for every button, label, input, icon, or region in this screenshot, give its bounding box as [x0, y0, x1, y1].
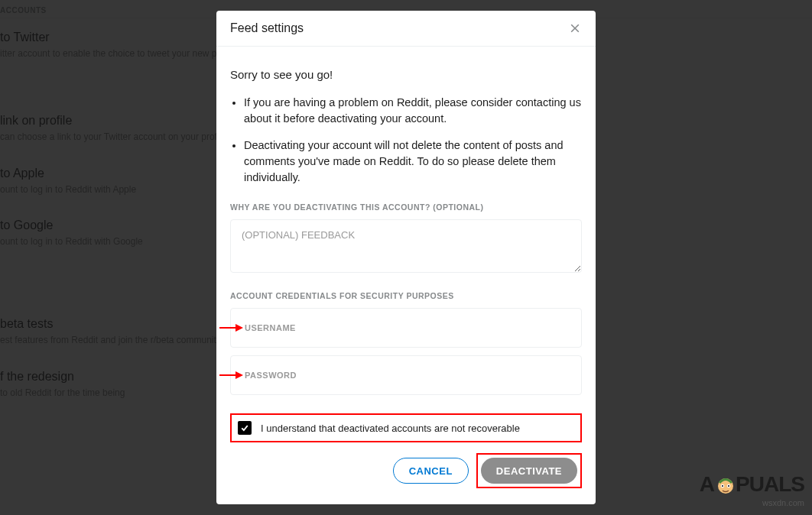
modal-actions: CANCEL DEACTIVATE	[230, 453, 582, 488]
info-bullet: Deactivating your account will not delet…	[244, 138, 582, 186]
modal-title: Feed settings	[230, 21, 304, 35]
watermark-logo: A PUALS	[700, 472, 804, 497]
deactivate-button[interactable]: DEACTIVATE	[481, 458, 577, 484]
annotation-box: DEACTIVATE	[476, 453, 582, 488]
why-label: WHY ARE YOU DEACTIVATING THIS ACCOUNT? (…	[230, 202, 582, 212]
brand-letter: A	[700, 472, 714, 497]
watermark-url: wsxdn.com	[762, 498, 804, 507]
understand-checkbox-row[interactable]: I understand that deactivated accounts a…	[230, 413, 582, 442]
svg-marker-3	[235, 371, 243, 379]
svg-marker-1	[235, 324, 243, 332]
svg-point-8	[728, 485, 729, 487]
close-icon[interactable]	[568, 21, 582, 35]
username-input[interactable]	[230, 308, 582, 348]
password-input[interactable]	[230, 355, 582, 395]
annotation-arrow-icon	[219, 322, 243, 333]
sorry-text: Sorry to see you go!	[230, 68, 582, 81]
annotation-arrow-icon	[219, 370, 243, 381]
watermark: A PUALS wsxdn.com	[700, 472, 804, 507]
mascot-icon	[714, 473, 737, 496]
cancel-button[interactable]: CANCEL	[393, 458, 469, 484]
info-bullet: If you are having a problem on Reddit, p…	[244, 95, 582, 127]
feedback-textarea[interactable]	[230, 219, 582, 273]
checkbox-checked-icon[interactable]	[238, 421, 252, 435]
credentials-label: ACCOUNT CREDENTIALS FOR SECURITY PURPOSE…	[230, 291, 582, 300]
modal-body: Sorry to see you go! If you are having a…	[216, 47, 596, 504]
deactivate-modal: Feed settings Sorry to see you go! If yo…	[216, 11, 596, 504]
understand-label: I understand that deactivated accounts a…	[261, 423, 520, 434]
svg-point-7	[722, 485, 723, 487]
modal-header: Feed settings	[216, 11, 596, 47]
brand-text: PUALS	[736, 472, 804, 497]
info-bullets: If you are having a problem on Reddit, p…	[230, 95, 582, 186]
